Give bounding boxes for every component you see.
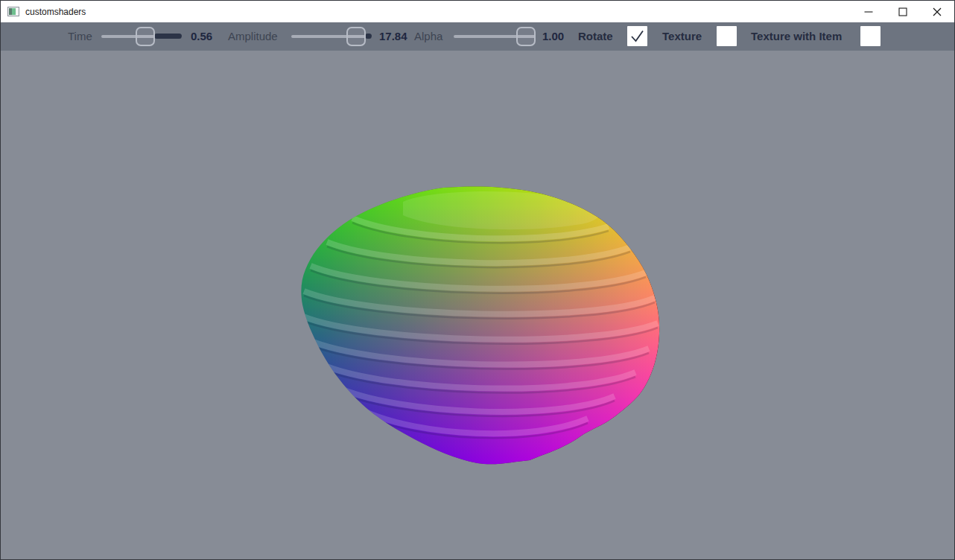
toolbar: Time 0.56 Amplitude 17.84 Alpha 1.00 Rot… (1, 22, 954, 51)
amplitude-slider-label: Amplitude (228, 22, 278, 51)
rotate-checkbox-label: Rotate (578, 22, 613, 51)
texture-checkbox[interactable] (717, 26, 737, 46)
time-slider-track-remainder[interactable] (154, 34, 182, 39)
alpha-slider-handle[interactable] (516, 27, 536, 46)
shader-viewport (1, 51, 954, 559)
minimize-icon (864, 7, 873, 16)
texture-with-item-checkbox-label: Texture with Item (751, 22, 842, 51)
minimize-button[interactable] (851, 1, 886, 22)
amplitude-slider-value: 17.84 (379, 22, 407, 51)
amplitude-slider-track-remainder[interactable] (365, 34, 372, 39)
checkmark-icon (627, 26, 647, 46)
window-title: customshaders (25, 7, 86, 17)
maximize-icon (898, 7, 907, 16)
wobble-sphere-rendering (1, 51, 954, 559)
close-icon (933, 7, 942, 16)
amplitude-slider-handle[interactable] (346, 27, 366, 46)
time-slider-label: Time (68, 22, 92, 51)
time-slider-handle[interactable] (136, 27, 155, 46)
app-window-icon (7, 7, 19, 16)
alpha-slider-label: Alpha (414, 22, 442, 51)
titlebar: customshaders (1, 1, 954, 22)
time-slider-value: 0.56 (191, 22, 212, 51)
amplitude-slider[interactable] (291, 22, 372, 51)
texture-with-item-checkbox[interactable] (860, 26, 881, 46)
texture-checkbox-label: Texture (662, 22, 702, 51)
time-slider[interactable] (101, 22, 182, 51)
alpha-slider[interactable] (454, 22, 536, 51)
close-button[interactable] (920, 1, 954, 22)
alpha-slider-value: 1.00 (542, 22, 564, 51)
rotate-checkbox[interactable] (627, 26, 647, 46)
app-window: customshaders Time 0.56 Amplitud (0, 0, 955, 560)
maximize-button[interactable] (886, 1, 920, 22)
